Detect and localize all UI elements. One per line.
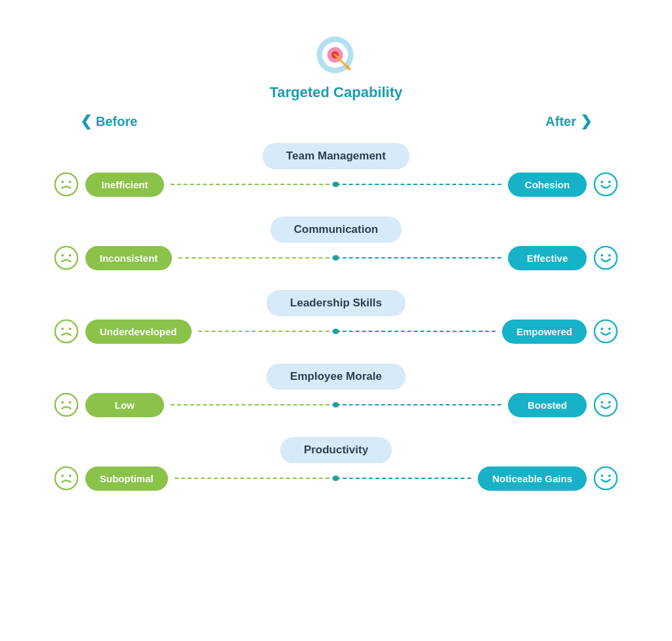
capability-pill-0: Team Management [262, 143, 410, 169]
svg-point-14 [69, 254, 72, 257]
svg-point-10 [600, 180, 603, 183]
happy-face-icon [593, 172, 618, 197]
svg-point-20 [69, 327, 72, 330]
before-pill-2: Underdeveloped [85, 320, 192, 344]
happy-face-icon [593, 466, 618, 491]
sad-face-icon [54, 392, 79, 417]
sides-row-2: Underdeveloped Empowered [54, 319, 618, 344]
capability-row-2: Leadership Skills Underdeveloped Empower… [54, 290, 618, 344]
svg-point-6 [55, 173, 77, 196]
left-side-0: Inefficient [54, 172, 336, 197]
right-connector-1 [336, 257, 501, 258]
svg-point-18 [55, 320, 77, 342]
happy-face-icon [593, 245, 618, 270]
svg-point-24 [55, 394, 77, 416]
main-container: Targeted Capability ❮ Before After ❯ Tea… [0, 13, 672, 641]
after-pill-1: Effective [508, 246, 587, 270]
svg-point-35 [608, 474, 611, 477]
sad-face-icon [54, 245, 79, 270]
header: Targeted Capability [270, 33, 403, 104]
svg-point-7 [61, 180, 64, 183]
svg-point-23 [608, 327, 611, 330]
svg-point-34 [600, 474, 603, 477]
svg-point-17 [608, 254, 611, 257]
capability-pill-4: Productivity [280, 437, 392, 463]
sad-face-icon [54, 172, 79, 197]
before-pill-1: Inconsistent [85, 246, 172, 270]
rows-container: Team Management Inefficient Cohesion [54, 143, 618, 491]
svg-point-9 [595, 173, 617, 196]
after-label: After ❯ [545, 113, 592, 130]
capability-pill-2: Leadership Skills [266, 290, 406, 316]
right-connector-3 [336, 404, 501, 405]
svg-point-13 [61, 254, 64, 257]
svg-point-31 [61, 474, 64, 477]
capability-row-0: Team Management Inefficient Cohesion [54, 143, 618, 197]
right-side-4: Noticeable Gains [336, 466, 618, 491]
chevron-right-icon: ❯ [580, 113, 592, 130]
left-side-3: Low [54, 392, 336, 417]
svg-point-29 [608, 401, 611, 403]
right-side-2: Empowered [336, 319, 618, 344]
chevron-left-icon: ❮ [80, 113, 92, 130]
left-connector-0 [171, 184, 336, 185]
svg-point-15 [595, 247, 617, 269]
sides-row-1: Inconsistent Effective [54, 245, 618, 270]
left-connector-1 [178, 257, 336, 258]
before-pill-3: Low [85, 393, 164, 417]
right-connector-2 [336, 331, 495, 332]
after-pill-0: Cohesion [508, 173, 587, 197]
left-connector-3 [171, 404, 336, 405]
after-pill-3: Boosted [508, 393, 587, 417]
svg-point-27 [595, 394, 617, 416]
left-connector-2 [198, 331, 336, 332]
capability-row-4: Productivity Suboptimal Noticeable Gains [54, 437, 618, 491]
svg-point-19 [61, 327, 64, 330]
right-side-1: Effective [336, 245, 618, 270]
right-side-0: Cohesion [336, 172, 618, 197]
svg-point-30 [55, 467, 77, 489]
happy-face-icon [593, 319, 618, 344]
left-connector-4 [175, 478, 336, 479]
svg-point-12 [55, 247, 77, 269]
capability-pill-3: Employee Morale [266, 363, 406, 390]
after-pill-2: Empowered [502, 320, 587, 344]
before-pill-4: Suboptimal [85, 466, 168, 491]
sad-face-icon [54, 319, 79, 344]
svg-point-8 [69, 180, 72, 183]
svg-point-25 [61, 401, 64, 403]
page-title: Targeted Capability [270, 84, 403, 101]
after-pill-4: Noticeable Gains [478, 466, 587, 491]
svg-point-32 [69, 474, 72, 477]
svg-point-33 [595, 467, 617, 489]
target-icon [313, 33, 359, 79]
sides-row-0: Inefficient Cohesion [54, 172, 618, 197]
svg-point-16 [600, 254, 603, 257]
capability-pill-1: Communication [270, 217, 402, 243]
svg-point-26 [69, 401, 72, 403]
left-side-4: Suboptimal [54, 466, 336, 491]
right-side-3: Boosted [336, 392, 618, 417]
capability-row-1: Communication Inconsistent Effective [54, 217, 618, 270]
sides-row-4: Suboptimal Noticeable Gains [54, 466, 618, 491]
svg-point-11 [608, 180, 611, 183]
before-after-row: ❮ Before After ❯ [80, 113, 592, 130]
capability-row-3: Employee Morale Low Boosted [54, 363, 618, 417]
sad-face-icon [54, 466, 79, 491]
right-connector-0 [336, 184, 501, 185]
left-side-1: Inconsistent [54, 245, 336, 270]
before-pill-0: Inefficient [85, 173, 164, 197]
left-side-2: Underdeveloped [54, 319, 336, 344]
svg-point-22 [600, 327, 603, 330]
before-label: ❮ Before [80, 113, 137, 130]
svg-point-21 [595, 320, 617, 342]
svg-point-28 [600, 401, 603, 403]
sides-row-3: Low Boosted [54, 392, 618, 417]
right-connector-4 [336, 478, 471, 479]
happy-face-icon [593, 392, 618, 417]
